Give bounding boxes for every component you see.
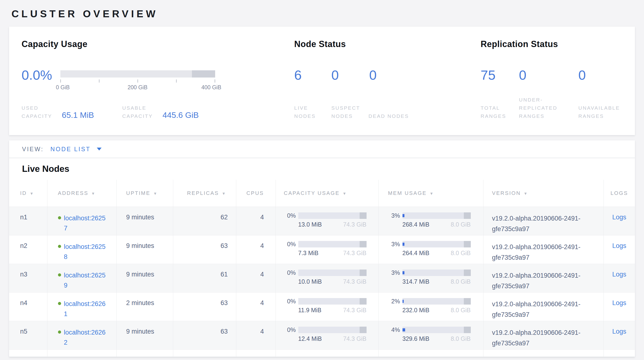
logs-cell: Logs	[604, 321, 635, 350]
live-status-dot-icon	[58, 330, 61, 334]
mem-pct-label: 3%	[386, 241, 400, 248]
mem-usage-cell: 3% 314.7 MiB 8.0 GiB	[378, 264, 483, 293]
capacity-bar-tail	[360, 241, 366, 247]
logs-link[interactable]: Logs	[612, 328, 626, 335]
capacity-total-value: 74.3 GiB	[343, 278, 366, 285]
node-address-cell: localhost:26257	[47, 207, 116, 235]
capacity-pct-label: 0%	[282, 212, 296, 219]
capacity-usage-cell: 0% 7.3 MiB 74.3 GiB	[276, 235, 378, 264]
axis-tick-label: 200 GiB	[128, 84, 147, 91]
live-nodes-table: ID▼ ADDRESS▼ UPTIME▼ REPLICAS▼ CPUS▼ CAP…	[9, 180, 635, 357]
version-cell: v19.2.0-alpha.20190606-2491-gfe735c9a97	[483, 321, 604, 350]
cpus-cell: 4	[236, 207, 276, 235]
capacity-pct-label: 0%	[282, 241, 296, 248]
column-header-cpus[interactable]: CPUS▼	[236, 180, 276, 207]
sort-desc-icon: ▼	[524, 192, 528, 196]
cpus-cell: 4	[236, 264, 276, 293]
capacity-mini-bar	[298, 270, 366, 276]
version-cell: v19.2.0-alpha.20190606-2491-gfe735c9a97	[483, 235, 604, 264]
logs-link[interactable]: Logs	[612, 214, 626, 221]
column-header-id[interactable]: ID▼	[9, 180, 47, 207]
uptime-cell: 2 minutes	[116, 293, 173, 321]
table-row: n3 localhost:26259 9 minutes 61 4 0% 10.…	[9, 264, 635, 293]
node-address-link[interactable]: localhost:26259	[64, 270, 107, 290]
page-title: CLUSTER OVERVIEW	[0, 0, 644, 20]
node-id-cell: n4	[9, 293, 47, 321]
view-label: VIEW:	[22, 146, 44, 153]
live-nodes-label: LIVE NODES	[294, 104, 331, 120]
column-header-mem-usage[interactable]: MEM USAGE▼	[378, 180, 483, 207]
node-id-cell: n2	[9, 235, 47, 264]
capacity-total-value: 74.3 GiB	[343, 221, 366, 228]
node-status-section: Node Status 6 0 0 LIVE NODES SUSPECT NOD…	[294, 39, 480, 127]
under-replicated-count: 0	[519, 68, 578, 82]
suspect-nodes-count: 0	[331, 68, 369, 82]
total-ranges-count: 75	[480, 68, 519, 82]
used-capacity-stat: USED CAPACITY 65.1 MiB	[22, 104, 94, 120]
view-bar: VIEW: NODE LIST	[9, 140, 635, 158]
cpus-cell: 4	[236, 293, 276, 321]
capacity-total-value: 74.3 GiB	[343, 335, 366, 342]
unavailable-count: 0	[578, 68, 586, 82]
replicas-cell: 61	[173, 264, 236, 293]
cpus-cell: 4	[236, 321, 276, 350]
capacity-usage-title: Capacity Usage	[22, 39, 294, 49]
logs-link[interactable]: Logs	[612, 271, 626, 278]
nodes-overview-card: VIEW: NODE LIST Live Nodes ID▼ ADDRESS▼ …	[9, 140, 635, 357]
logs-cell: Logs	[604, 207, 635, 235]
axis-tick	[60, 79, 61, 83]
mem-bar-tail	[464, 298, 471, 305]
capacity-mini-bar	[298, 241, 366, 247]
node-address-link[interactable]: localhost:26258	[64, 242, 107, 262]
chevron-down-icon	[97, 148, 102, 150]
usable-capacity-value: 445.6 GiB	[162, 110, 198, 120]
axis-tick	[215, 79, 215, 83]
node-address-cell: localhost:26261	[47, 293, 116, 321]
capacity-usage-cell: 0% 12.4 MiB 74.3 GiB	[276, 321, 378, 350]
mem-total-value: 8.0 GiB	[451, 221, 470, 228]
dead-nodes-count: 0	[369, 68, 376, 82]
mem-mini-bar	[402, 298, 471, 305]
mem-used-value: 264.4 MiB	[402, 250, 430, 257]
view-select-dropdown[interactable]: NODE LIST	[50, 146, 102, 153]
capacity-pct-label: 0%	[282, 269, 296, 276]
mem-bar-tail	[464, 241, 471, 247]
live-status-dot-icon	[58, 245, 61, 248]
capacity-usage-cell: 0% 11.9 MiB 74.3 GiB	[276, 293, 378, 321]
uptime-cell: 9 minutes	[116, 207, 173, 235]
live-status-dot-icon	[58, 302, 61, 305]
column-header-address[interactable]: ADDRESS▼	[47, 180, 116, 207]
capacity-usage-section: Capacity Usage 0.0% 0 GiB 200 GiB	[22, 39, 294, 127]
column-header-replicas[interactable]: REPLICAS▼	[173, 180, 236, 207]
suspect-nodes-label: SUSPECT NODES	[331, 104, 368, 120]
capacity-used-value: 13.0 MiB	[298, 221, 322, 228]
capacity-bar-tail	[360, 212, 366, 219]
column-header-uptime[interactable]: UPTIME▼	[116, 180, 173, 207]
under-replicated-label: UNDER-REPLICATED RANGES	[519, 96, 578, 120]
node-address-link[interactable]: localhost:26262	[64, 327, 107, 347]
capacity-bar-tail	[192, 70, 215, 78]
capacity-pct-label: 0%	[282, 298, 296, 305]
used-capacity-value: 65.1 MiB	[62, 110, 94, 120]
logs-link[interactable]: Logs	[612, 299, 626, 306]
mem-bar-used	[402, 214, 405, 217]
mem-used-value: 314.7 MiB	[402, 278, 430, 285]
capacity-usage-cell: 0% 13.0 MiB 74.3 GiB	[276, 207, 378, 235]
capacity-used-value: 12.4 MiB	[298, 335, 322, 342]
capacity-used-value: 11.9 MiB	[298, 307, 322, 314]
sort-desc-icon: ▼	[222, 192, 226, 196]
logs-cell: Logs	[604, 235, 635, 264]
replicas-cell: 63	[173, 321, 236, 350]
column-header-capacity-usage[interactable]: CAPACITY USAGE▼	[276, 180, 378, 207]
column-header-version[interactable]: VERSION▼	[483, 180, 604, 207]
summary-card: Capacity Usage 0.0% 0 GiB 200 GiB	[9, 27, 635, 135]
node-address-link[interactable]: localhost:26257	[64, 213, 107, 233]
node-address-link[interactable]: localhost:26261	[64, 299, 107, 319]
capacity-used-value: 7.3 MiB	[298, 250, 319, 257]
node-address-cell: localhost:26258	[47, 235, 116, 264]
version-cell: v19.2.0-alpha.20190606-2491-gfe735c9a97	[483, 293, 604, 321]
sort-desc-icon: ▼	[342, 192, 347, 196]
logs-link[interactable]: Logs	[612, 242, 626, 249]
mem-total-value: 8.0 GiB	[451, 250, 470, 257]
capacity-mini-bar	[298, 327, 366, 333]
